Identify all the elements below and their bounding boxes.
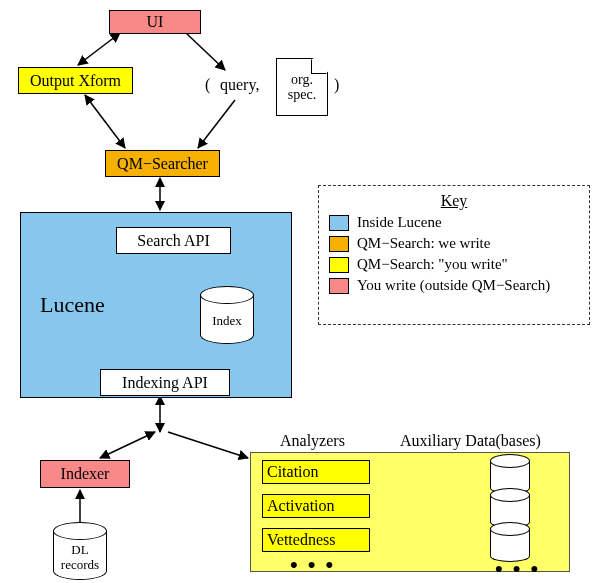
legend-label: QM−Search: we write (357, 235, 490, 252)
svg-line-9 (168, 432, 248, 458)
org-spec-label: org. spec. (288, 72, 316, 103)
indexer-box: Indexer (40, 460, 130, 488)
legend-row-youwrite: QM−Search: "you write" (329, 256, 579, 273)
legend-label: QM−Search: "you write" (357, 256, 508, 273)
svg-line-0 (78, 33, 120, 65)
indexing-api-label: Indexing API (122, 374, 208, 392)
svg-line-8 (100, 432, 155, 458)
qm-searcher-label: QM−Searcher (117, 155, 208, 173)
output-xform-box: Output Xform (18, 67, 133, 94)
output-xform-label: Output Xform (30, 72, 121, 90)
legend-title: Key (329, 192, 579, 210)
aux-ellipsis: ••• (495, 556, 548, 582)
legend-row-outside: You write (outside QM−Search) (329, 277, 579, 294)
analyzer-citation-label: Citation (267, 463, 319, 481)
analyzers-heading: Analyzers (280, 432, 345, 450)
dl-records-db: DL records (53, 522, 107, 580)
dl-records-label: DL records (61, 543, 99, 572)
query-open: ( (205, 76, 210, 94)
index-db-label: Index (212, 314, 242, 328)
svg-line-3 (198, 100, 235, 148)
indexer-label: Indexer (61, 465, 110, 483)
ui-box: UI (109, 10, 201, 34)
legend-label: Inside Lucene (357, 214, 442, 231)
svg-line-2 (85, 95, 125, 148)
analyzer-vettedness-label: Vettedness (267, 531, 335, 549)
index-db: Index (200, 286, 254, 344)
search-api-label: Search API (137, 232, 209, 250)
search-api-box: Search API (116, 227, 231, 254)
ui-label: UI (147, 13, 164, 31)
legend-label: You write (outside QM−Search) (357, 277, 550, 294)
legend-swatch (329, 278, 349, 294)
analyzer-ellipsis: ••• (290, 552, 343, 578)
qm-searcher-box: QM−Searcher (105, 150, 220, 177)
legend-swatch (329, 236, 349, 252)
aux-heading: Auxiliary Data(bases) (400, 432, 541, 450)
analyzer-activation: Activation (262, 494, 370, 518)
analyzer-vettedness: Vettedness (262, 528, 370, 552)
svg-line-1 (186, 33, 225, 70)
legend: Key Inside Lucene QM−Search: we write QM… (318, 185, 590, 325)
query-text: query, (220, 76, 259, 94)
query-close: ) (334, 76, 339, 94)
legend-swatch (329, 257, 349, 273)
legend-row-lucene: Inside Lucene (329, 214, 579, 231)
legend-swatch (329, 215, 349, 231)
analyzer-activation-label: Activation (267, 497, 335, 515)
org-spec-doc: org. spec. (276, 58, 328, 116)
lucene-label: Lucene (40, 292, 105, 318)
analyzer-citation: Citation (262, 460, 370, 484)
indexing-api-box: Indexing API (100, 369, 230, 396)
legend-row-wewrite: QM−Search: we write (329, 235, 579, 252)
